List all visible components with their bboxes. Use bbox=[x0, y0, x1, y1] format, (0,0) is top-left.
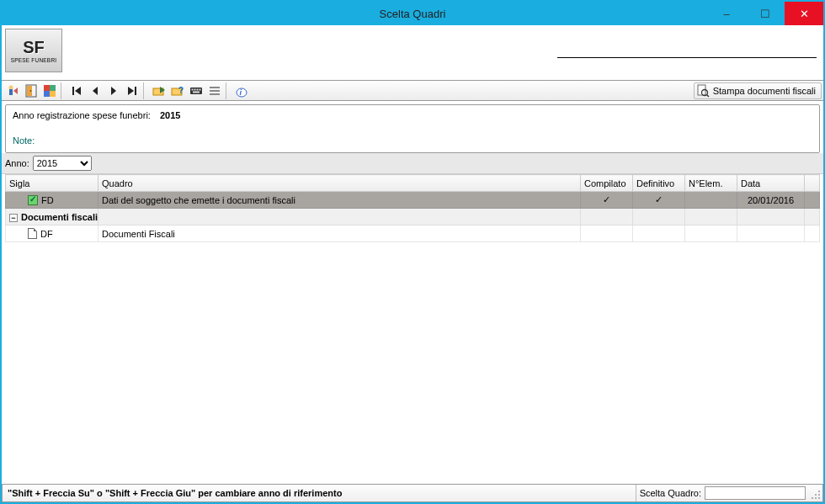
cell-sigla: DF bbox=[6, 225, 98, 242]
exit-icon[interactable] bbox=[3, 82, 22, 99]
cell-compilato bbox=[581, 225, 633, 242]
resize-grip-icon[interactable] bbox=[809, 485, 822, 501]
scelta-quadro-group: Scelta Quadro: bbox=[636, 485, 809, 501]
close-button[interactable]: ✕ bbox=[785, 2, 823, 25]
window-titlebar: Scelta Quadri – ☐ ✕ bbox=[2, 2, 823, 25]
window-controls: – ☐ ✕ bbox=[707, 2, 823, 25]
col-compilato[interactable]: Compilato bbox=[581, 175, 633, 192]
svg-point-28 bbox=[818, 491, 820, 492]
svg-rect-18 bbox=[200, 88, 201, 90]
svg-point-31 bbox=[812, 497, 813, 499]
quadri-grid[interactable]: Sigla Quadro Compilato Definitivo N°Elem… bbox=[5, 174, 820, 242]
svg-point-4 bbox=[30, 90, 32, 92]
col-sigla[interactable]: Sigla bbox=[6, 175, 98, 192]
print-search-icon bbox=[696, 84, 710, 98]
cell-data: 20/01/2016 bbox=[737, 192, 805, 209]
svg-point-32 bbox=[815, 497, 817, 499]
table-row[interactable]: DFDocumenti Fiscali bbox=[6, 225, 820, 242]
door-icon[interactable] bbox=[22, 82, 40, 99]
svg-rect-14 bbox=[190, 88, 202, 94]
status-bar: "Shift + Freccia Su" o "Shift + Freccia … bbox=[2, 484, 823, 502]
reg-year: 2015 bbox=[160, 110, 180, 120]
header-underline bbox=[557, 57, 817, 58]
nav-prev-icon[interactable] bbox=[86, 82, 104, 99]
sigla-text: DF bbox=[40, 229, 53, 239]
toolbar-separator-3 bbox=[226, 82, 231, 99]
tree-toggle-icon[interactable]: − bbox=[9, 214, 18, 222]
grid-container: Sigla Quadro Compilato Definitivo N°Elem… bbox=[5, 174, 820, 453]
nav-next-icon[interactable] bbox=[104, 82, 123, 99]
stampa-documenti-label: Stampa documenti fiscali bbox=[713, 86, 816, 96]
anno-filter-row: Anno: 2015 bbox=[2, 153, 823, 174]
footer-hint: "Shift + Freccia Su" o "Shift + Freccia … bbox=[3, 485, 636, 501]
folder-help-icon[interactable]: ? bbox=[168, 82, 187, 99]
col-quadro[interactable]: Quadro bbox=[98, 175, 581, 192]
svg-rect-16 bbox=[194, 88, 196, 90]
nav-first-icon[interactable] bbox=[67, 82, 86, 99]
header-right bbox=[62, 29, 817, 58]
sigla-text: FD bbox=[41, 195, 54, 205]
svg-rect-5 bbox=[44, 85, 50, 91]
maximize-button[interactable]: ☐ bbox=[746, 2, 785, 25]
svg-rect-15 bbox=[192, 88, 194, 90]
reg-label: Anno registrazione spese funebri: bbox=[13, 110, 151, 120]
app-logo: SF SPESE FUNEBRI bbox=[5, 29, 62, 72]
list-icon[interactable] bbox=[205, 82, 224, 99]
cell-data bbox=[737, 225, 805, 242]
app-header: SF SPESE FUNEBRI bbox=[2, 25, 823, 81]
svg-rect-20 bbox=[210, 87, 220, 88]
nav-last-icon[interactable] bbox=[123, 82, 141, 99]
cell-quadro: Dati del soggetto che emette i documenti… bbox=[98, 192, 581, 209]
logo-text-big: SF bbox=[23, 38, 45, 57]
svg-point-33 bbox=[818, 497, 820, 499]
svg-rect-19 bbox=[193, 91, 200, 93]
cell-nelem bbox=[685, 192, 737, 209]
row-doc-icon bbox=[28, 228, 37, 239]
logo-text-small: SPESE FUNEBRI bbox=[11, 57, 57, 63]
svg-rect-8 bbox=[50, 91, 56, 97]
svg-rect-7 bbox=[44, 91, 50, 97]
note-label: Note: bbox=[13, 135, 812, 146]
minimize-button[interactable]: – bbox=[707, 2, 746, 25]
svg-rect-1 bbox=[9, 89, 13, 95]
table-row[interactable]: FDDati del soggetto che emette i documen… bbox=[6, 192, 820, 209]
cell-definitivo: ✓ bbox=[633, 192, 685, 209]
folder-arrow-icon[interactable] bbox=[150, 82, 168, 99]
grid-empty-area bbox=[5, 242, 820, 453]
cell-definitivo bbox=[633, 225, 685, 242]
svg-line-27 bbox=[706, 94, 709, 97]
cell-compilato: ✓ bbox=[581, 192, 633, 209]
col-definitivo[interactable]: Definitivo bbox=[633, 175, 685, 192]
anno-label: Anno: bbox=[5, 158, 29, 168]
group-label: Documenti fiscali bbox=[21, 212, 98, 222]
svg-rect-22 bbox=[210, 93, 220, 95]
stampa-documenti-button[interactable]: Stampa documenti fiscali bbox=[694, 82, 822, 99]
col-pad bbox=[805, 175, 820, 192]
row-check-icon bbox=[28, 195, 38, 205]
cell-sigla: FD bbox=[6, 192, 98, 209]
svg-rect-17 bbox=[197, 88, 199, 90]
toolbar-separator-2 bbox=[143, 82, 148, 99]
svg-point-30 bbox=[818, 494, 820, 496]
svg-text:?: ? bbox=[178, 86, 184, 95]
toolbar-separator bbox=[61, 82, 66, 99]
cell-quadro: Documenti Fiscali bbox=[98, 225, 581, 242]
window-title: Scelta Quadri bbox=[380, 8, 446, 20]
col-data[interactable]: Data bbox=[737, 175, 805, 192]
svg-point-29 bbox=[815, 494, 817, 496]
color-grid-icon[interactable] bbox=[40, 82, 59, 99]
info-panel: Anno registrazione spese funebri: 2015 N… bbox=[5, 104, 820, 153]
svg-rect-21 bbox=[210, 90, 220, 92]
scelta-quadro-input[interactable] bbox=[705, 486, 806, 500]
svg-rect-6 bbox=[50, 85, 56, 91]
toolbar: ? i Stampa documenti fiscali bbox=[2, 81, 823, 101]
col-nelem[interactable]: N°Elem. bbox=[685, 175, 737, 192]
keyboard-icon[interactable] bbox=[187, 82, 205, 99]
info-icon[interactable]: i bbox=[232, 82, 251, 99]
cell-nelem bbox=[685, 225, 737, 242]
scelta-quadro-label: Scelta Quadro: bbox=[640, 488, 701, 498]
svg-point-0 bbox=[9, 85, 13, 89]
anno-select[interactable]: 2015 bbox=[33, 156, 92, 171]
table-row[interactable]: −Documenti fiscali bbox=[6, 209, 820, 225]
svg-rect-9 bbox=[72, 87, 74, 95]
